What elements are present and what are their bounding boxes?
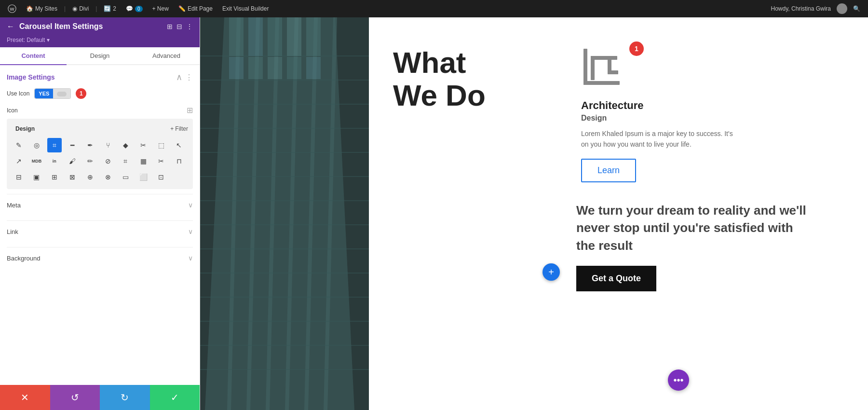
- tab-design[interactable]: Design: [67, 47, 133, 65]
- content-area: What We Do: [369, 17, 868, 410]
- save-preset-icon[interactable]: ⊞: [167, 23, 173, 30]
- architecture-icon: [581, 46, 629, 90]
- icon-cell-diamond[interactable]: ◆: [118, 138, 133, 152]
- icon-expand-icon[interactable]: ⊞: [187, 106, 193, 115]
- icon-cell-monitor[interactable]: ▭: [118, 170, 133, 184]
- icon-grid: ✎ ◎ ⌗ ━ ✒ ⑂ ◆ ✂ ⬚ ↖ ↗ MDB in 🖌 ✏ ⊘: [12, 138, 188, 184]
- icon-cell-eye[interactable]: ◎: [29, 138, 44, 152]
- icon-cell-ruler[interactable]: ━: [65, 138, 80, 152]
- icon-filter-button[interactable]: + Filter: [170, 125, 188, 132]
- panel-content: Image Settings ∧ ⋮ Use Icon YES 1 Icon ⊞: [0, 65, 200, 385]
- quote-button[interactable]: Get a Quote: [576, 266, 656, 291]
- link-collapse-header[interactable]: Link ∨: [7, 221, 193, 242]
- panel-tabs: Content Design Advanced: [0, 47, 200, 65]
- what-we-do-heading: What We Do: [369, 17, 552, 112]
- edit-icon: ✏️: [178, 5, 186, 12]
- background-collapse-header[interactable]: Background ∨: [7, 247, 193, 269]
- more-options-button[interactable]: •••: [668, 369, 689, 391]
- divi-link[interactable]: ◉ Divi: [69, 5, 92, 12]
- icon-cell-select[interactable]: ⬚: [154, 138, 168, 152]
- undo-icon: ↺: [71, 392, 79, 403]
- comment-badge-link[interactable]: 💬 0: [123, 5, 146, 12]
- icon-picker-top: Design + Filter: [12, 123, 188, 134]
- panel-preset[interactable]: Preset: Default ▾: [0, 36, 200, 47]
- new-content-button[interactable]: + New: [149, 5, 172, 12]
- icon-cell-pencil2[interactable]: ✏: [83, 154, 97, 168]
- collapse-icon[interactable]: ∧: [176, 72, 182, 82]
- cancel-button[interactable]: ✕: [0, 385, 50, 410]
- icon-cell-mdb[interactable]: MDB: [29, 154, 44, 168]
- carousel-subtitle: Design: [581, 114, 735, 123]
- svg-rect-34: [583, 49, 587, 85]
- learn-button[interactable]: Learn: [581, 159, 636, 182]
- tab-content[interactable]: Content: [0, 47, 67, 65]
- icon-cell-linkedin[interactable]: in: [47, 154, 62, 168]
- top-section: What We Do: [369, 17, 868, 182]
- carousel-item: 1 Architecture Design Lorem Khaled Ipsum…: [581, 46, 735, 182]
- icon-cell-brush[interactable]: 🖌: [65, 154, 80, 168]
- add-content-button[interactable]: +: [542, 263, 560, 281]
- icon-cell-layers[interactable]: ⊗: [101, 170, 115, 184]
- svg-rect-25: [248, 17, 263, 56]
- icon-picker-tab-design[interactable]: Design: [12, 123, 39, 134]
- icon-cell-frame[interactable]: ⬜: [136, 170, 150, 184]
- expand-icon[interactable]: ⊟: [176, 23, 182, 30]
- icon-cell-doc[interactable]: ▣: [29, 170, 44, 184]
- icon-cell-people[interactable]: ⊕: [83, 170, 97, 184]
- hero-image: [200, 17, 369, 410]
- svg-rect-28: [306, 17, 321, 56]
- icon-cell-scissors[interactable]: ✂: [154, 154, 168, 168]
- icon-cell-box[interactable]: ⊡: [154, 170, 168, 184]
- more-options-icon[interactable]: ⋮: [186, 23, 193, 30]
- image-settings-title: Image Settings: [7, 73, 176, 81]
- comment-link[interactable]: 🔄 2: [101, 5, 119, 12]
- icon-cell-grid[interactable]: ⊞: [47, 170, 62, 184]
- section-more-icon[interactable]: ⋮: [185, 73, 193, 82]
- icon-cell-pencil[interactable]: ✎: [12, 138, 26, 152]
- search-button[interactable]: 🔍: [850, 5, 863, 12]
- undo-button[interactable]: ↺: [50, 385, 100, 410]
- canvas-area: What We Do: [200, 17, 868, 410]
- tagline: We turn your dream to reality and we'll …: [576, 202, 808, 254]
- icon-cell-cut[interactable]: ✂: [136, 138, 150, 152]
- icon-cell-arrow-tl[interactable]: ↖: [172, 138, 186, 152]
- redo-icon: ↻: [121, 392, 129, 403]
- comment-icon: 💬: [126, 5, 133, 12]
- meta-collapse-header[interactable]: Meta ∨: [7, 194, 193, 216]
- icon-cell-dropper[interactable]: ⊘: [101, 154, 115, 168]
- toggle-yes-button[interactable]: YES: [35, 89, 53, 98]
- filter-icon: +: [170, 125, 174, 132]
- cancel-icon: ✕: [21, 392, 29, 403]
- back-icon[interactable]: ←: [7, 22, 14, 31]
- svg-rect-24: [229, 17, 244, 56]
- tab-advanced[interactable]: Advanced: [133, 47, 200, 65]
- edit-page-button[interactable]: ✏️ Edit Page: [176, 5, 216, 12]
- icon-cell-ruler2[interactable]: ⊟: [12, 170, 26, 184]
- svg-text:W: W: [10, 6, 14, 12]
- redo-button[interactable]: ↻: [100, 385, 150, 410]
- save-button[interactable]: ✓: [150, 385, 200, 410]
- carousel-badge: 1: [629, 41, 644, 56]
- icon-cell-eraser[interactable]: ⊓: [172, 154, 186, 168]
- icon-cell-crop[interactable]: ⌗: [47, 138, 62, 152]
- icon-cell-arrow-tr[interactable]: ↗: [12, 154, 26, 168]
- meta-label: Meta: [7, 202, 188, 209]
- badge-number-1: 1: [76, 88, 86, 99]
- icon-cell-crop2[interactable]: ⌗: [118, 154, 133, 168]
- toggle-no-button[interactable]: [53, 89, 70, 98]
- svg-rect-37: [591, 56, 617, 60]
- avatar: [837, 3, 847, 14]
- icon-cell-fork[interactable]: ⑂: [101, 138, 115, 152]
- carousel-desc: Lorem Khaled Ipsum is a major key to suc…: [581, 128, 735, 150]
- carousel-title: Architecture: [581, 99, 735, 112]
- use-icon-toggle[interactable]: YES: [34, 88, 71, 99]
- panel-header-icons: ⊞ ⊟ ⋮: [167, 23, 193, 30]
- icon-cell-measure[interactable]: ⊠: [65, 170, 80, 184]
- image-settings-section-header: Image Settings ∧ ⋮: [7, 72, 193, 82]
- building-facade: [200, 17, 369, 410]
- my-sites-link[interactable]: 🏠 My Sites: [23, 5, 60, 12]
- icon-cell-pen[interactable]: ✒: [83, 138, 97, 152]
- exit-builder-button[interactable]: Exit Visual Builder: [219, 5, 272, 12]
- wp-icon[interactable]: W: [5, 4, 19, 13]
- icon-cell-pattern[interactable]: ▦: [136, 154, 150, 168]
